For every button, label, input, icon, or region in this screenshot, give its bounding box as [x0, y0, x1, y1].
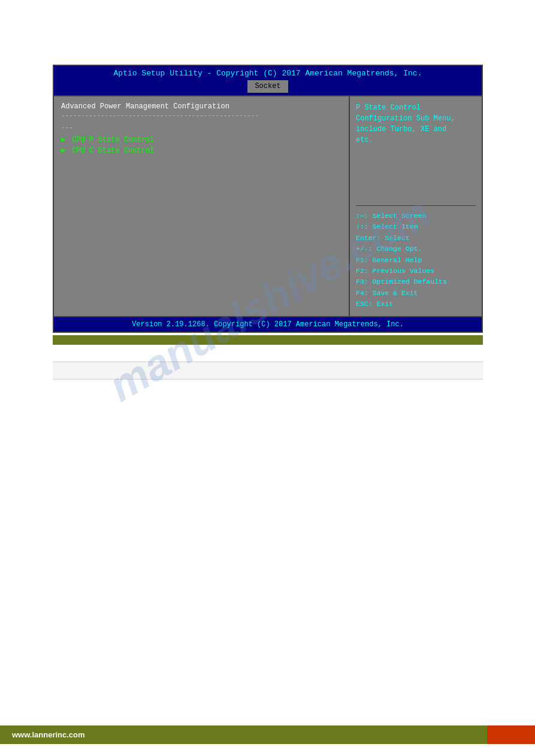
footer-text: www.lannerinc.com: [12, 730, 85, 739]
bios-title-bar: Aptio Setup Utility - Copyright (C) 2017…: [54, 66, 482, 95]
table-cell: [196, 345, 339, 362]
table-cell: [340, 345, 483, 362]
table-col-1: [53, 335, 196, 345]
bios-help-text: P State Control Configuration Sub Menu, …: [356, 102, 476, 145]
table-col-2: [196, 335, 339, 345]
help-line-2: Configuration Sub Menu,: [356, 114, 455, 123]
table-cell: [53, 362, 196, 379]
bios-section-title: Advanced Power Management Configuration: [61, 102, 341, 111]
key-f3: F3: Optimized Defaults: [356, 277, 476, 287]
cpu-c-state-menu-item[interactable]: ► CPU C State Control: [61, 147, 341, 155]
bios-container: Aptio Setup Utility - Copyright (C) 2017…: [53, 65, 483, 333]
data-table: [53, 335, 483, 379]
page-wrapper: Aptio Setup Utility - Copyright (C) 2017…: [0, 0, 535, 756]
table-row: [53, 362, 483, 379]
help-line-4: etc.: [356, 136, 373, 144]
key-esc: ESC: Exit: [356, 299, 476, 309]
key-enter: Enter: Select: [356, 233, 476, 244]
bios-title: Aptio Setup Utility - Copyright (C) 2017…: [54, 68, 482, 79]
arrow-icon: ►: [61, 136, 65, 144]
key-select-screen: ↕↔: Select Screen: [356, 211, 476, 221]
key-f4: F4: Save & Exit: [356, 288, 476, 299]
table-cell: [340, 362, 483, 379]
footer-bar: www.lannerinc.com: [0, 725, 535, 744]
bios-version-text: Version 2.19.1268. Copyright (C) 2017 Am…: [132, 320, 404, 329]
bios-separator-line: ----------------------------------------…: [61, 112, 341, 119]
key-f2: F2: Previous Values: [356, 266, 476, 277]
table-col-3: [340, 335, 483, 345]
arrow-icon-2: ►: [61, 147, 65, 155]
cpu-c-state-label: CPU C State Control: [72, 147, 154, 155]
key-select-item: ↕↑: Select Item: [356, 221, 476, 232]
footer-accent: [487, 725, 535, 744]
bios-left-panel: Advanced Power Management Configuration …: [54, 96, 350, 316]
bios-version-bar: Version 2.19.1268. Copyright (C) 2017 Am…: [54, 316, 482, 332]
bios-key-help: ↕↔: Select Screen ↕↑: Select Item Enter:…: [356, 211, 476, 310]
table-header-row: [53, 335, 483, 345]
cpu-p-state-menu-item[interactable]: ► CPU P State Control: [61, 136, 341, 144]
table-section: [53, 335, 483, 379]
help-line-3: include Turbo, XE and: [356, 125, 446, 133]
bios-main: Advanced Power Management Configuration …: [54, 95, 482, 316]
bios-dashes: ---: [61, 124, 341, 131]
help-line-1: P State Control: [356, 104, 421, 112]
table-cell: [53, 345, 196, 362]
key-f1: F1: General Help: [356, 255, 476, 266]
key-change-opt: +/-: Change Opt.: [356, 244, 476, 254]
table-cell: [196, 362, 339, 379]
cpu-p-state-label: CPU P State Control: [72, 136, 154, 144]
bios-right-panel: P State Control Configuration Sub Menu, …: [350, 96, 482, 316]
bios-active-tab[interactable]: Socket: [247, 80, 288, 93]
bios-right-divider: [356, 205, 476, 206]
table-row: [53, 345, 483, 362]
